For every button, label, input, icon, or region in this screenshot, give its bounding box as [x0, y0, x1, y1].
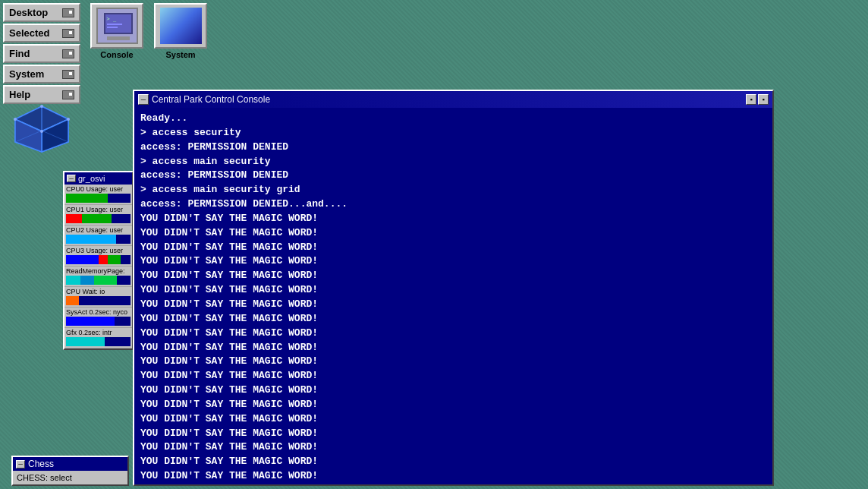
sysmon-cpuwait-label: CPU Wait: io: [66, 288, 131, 295]
console-line-18: YOU DIDN'T SAY THE MAGIC WORD!: [140, 369, 766, 383]
svg-point-7: [40, 105, 43, 108]
console-line-25: YOU DIDN'T SAY THE MAGIC WORD!: [140, 469, 766, 484]
selected-label: Selected: [9, 27, 49, 39]
console-line-16: YOU DIDN'T SAY THE MAGIC WORD!: [140, 341, 766, 355]
system-launcher[interactable]: System: [150, 3, 211, 59]
system-icon: [62, 70, 74, 79]
svg-point-9: [14, 118, 17, 121]
console-line-2: access: PERMISSION DENIED: [140, 140, 766, 155]
logo-svg: [8, 103, 76, 156]
sidebar-item-system[interactable]: System: [3, 65, 80, 84]
console-titlebar: ─ Central Park Control Console ▪ ▪: [134, 91, 772, 108]
sysmon-readmem-label: ReadMemoryPage:: [66, 267, 131, 275]
cpu1-bar-sys: [66, 214, 82, 223]
system-launcher-label: System: [165, 50, 195, 59]
sysmon-sysact-row: SysAct 0.2sec: nyco: [64, 308, 132, 328]
sysmon-gfx-bar: [66, 337, 131, 346]
sidebar-item-find[interactable]: Find: [3, 44, 80, 63]
cpu2-bar-user: [66, 235, 116, 244]
sidebar-item-help[interactable]: Help: [3, 85, 80, 104]
sidebar: Desktop Selected Find System Help: [0, 0, 83, 109]
console-icon-inner: > _: [96, 8, 138, 44]
sysmon-titlebar: ─ gr_osvi: [64, 172, 132, 185]
sysmon-cpu1-bar: [66, 214, 131, 223]
sysmon-cpu3-label: CPU3 Usage: user: [66, 247, 131, 254]
svg-point-8: [67, 118, 70, 121]
console-titlebar-left: ─ Central Park Control Console: [138, 94, 270, 105]
find-label: Find: [9, 48, 30, 59]
cpuwait-bar: [66, 296, 79, 305]
console-line-21: YOU DIDN'T SAY THE MAGIC WORD!: [140, 412, 766, 427]
sysmon-readmem-bar: [66, 276, 131, 285]
console-line-19: YOU DIDN'T SAY THE MAGIC WORD!: [140, 383, 766, 398]
sysmon-cpu3-bar: [66, 255, 131, 264]
console-line-20: YOU DIDN'T SAY THE MAGIC WORD!: [140, 398, 766, 412]
sysmon-cpu2-label: CPU2 Usage: user: [66, 226, 131, 234]
system-icon-inner: [160, 8, 202, 44]
console-line-9: YOU DIDN'T SAY THE MAGIC WORD!: [140, 241, 766, 255]
svg-point-10: [40, 130, 43, 133]
console-line-22: YOU DIDN'T SAY THE MAGIC WORD!: [140, 427, 766, 441]
sysmon-cpu2-row: CPU2 Usage: user: [64, 226, 132, 246]
find-icon: [62, 49, 74, 58]
sysmon-close-button[interactable]: ─: [67, 175, 76, 182]
sidebar-item-desktop[interactable]: Desktop: [3, 3, 80, 22]
console-line-7: YOU DIDN'T SAY THE MAGIC WORD!: [140, 212, 766, 226]
console-line-10: YOU DIDN'T SAY THE MAGIC WORD!: [140, 254, 766, 269]
readmem-bar-3: [94, 276, 117, 285]
cpu3-bar-red: [99, 255, 108, 264]
chess-content: CHESS: select: [13, 471, 127, 484]
console-title: Central Park Control Console: [152, 94, 270, 105]
console-line-26: YOU DIDN'T SAY THE MAGIC WORD!: [140, 484, 766, 484]
sysmon-sysact-label: SysAct 0.2sec: nyco: [66, 308, 131, 316]
cpu1-bar-user: [82, 214, 111, 223]
chess-close-button[interactable]: ─: [16, 460, 25, 468]
chess-title: Chess: [28, 459, 54, 469]
app-logo: [8, 103, 76, 156]
sysmon-cpu1-row: CPU1 Usage: user: [64, 205, 132, 226]
console-line-0: Ready...: [140, 112, 766, 126]
console-base: [107, 36, 130, 40]
sidebar-item-selected[interactable]: Selected: [3, 24, 80, 43]
sysmon-panel: ─ gr_osvi CPU0 Usage: user CPU1 Usage: u…: [63, 171, 134, 350]
console-minimize-button[interactable]: ─: [138, 94, 149, 105]
sysmon-cpu1-label: CPU1 Usage: user: [66, 206, 131, 213]
console-line-13: YOU DIDN'T SAY THE MAGIC WORD!: [140, 298, 766, 312]
sysmon-gfx-row: Gfx 0.2sec: intr: [64, 328, 132, 349]
console-content: Ready... > access security access: PERMI…: [134, 108, 772, 484]
console-screen: > _: [104, 13, 133, 34]
sysmon-cpuwait-bar: [66, 296, 131, 305]
console-launcher-label: Console: [100, 50, 133, 59]
selected-icon: [62, 29, 74, 38]
sysmon-cpu0-label: CPU0 Usage: user: [66, 185, 131, 193]
help-label: Help: [9, 89, 30, 100]
console-line-24: YOU DIDN'T SAY THE MAGIC WORD!: [140, 455, 766, 469]
console-line-5: > access main security grid: [140, 183, 766, 197]
system-icon-img: [154, 3, 207, 49]
console-maximize-button[interactable]: ▪: [758, 94, 769, 105]
gfx-bar: [66, 337, 105, 346]
readmem-bar-2: [80, 276, 95, 285]
console-line-15: YOU DIDN'T SAY THE MAGIC WORD!: [140, 327, 766, 341]
sysmon-gfx-label: Gfx 0.2sec: intr: [66, 329, 131, 336]
console-line-3: > access main security: [140, 155, 766, 169]
system-label: System: [9, 68, 44, 80]
console-line-4: access: PERMISSION DENIED: [140, 169, 766, 183]
console-icon-img: > _: [90, 3, 143, 49]
console-line-8: YOU DIDN'T SAY THE MAGIC WORD!: [140, 226, 766, 241]
console-restore-button[interactable]: ▪: [746, 94, 756, 105]
sysmon-cpu3-row: CPU3 Usage: user: [64, 246, 132, 267]
desktop-label: Desktop: [9, 7, 48, 18]
console-launcher[interactable]: > _ Console: [86, 3, 147, 59]
sysmon-cpu0-row: CPU0 Usage: user: [64, 185, 132, 205]
console-line-1: > access security: [140, 126, 766, 140]
sysmon-cpu0-bar: [66, 194, 131, 203]
readmem-bar-1: [66, 276, 80, 285]
console-line-12: YOU DIDN'T SAY THE MAGIC WORD!: [140, 283, 766, 298]
sysmon-title: gr_osvi: [78, 174, 105, 183]
desktop-icon: [62, 8, 74, 17]
sysmon-sysact-bar: [66, 317, 131, 326]
console-line-23: YOU DIDN'T SAY THE MAGIC WORD!: [140, 440, 766, 455]
chess-titlebar: ─ Chess: [13, 457, 127, 471]
chess-status: CHESS: select: [17, 473, 72, 482]
